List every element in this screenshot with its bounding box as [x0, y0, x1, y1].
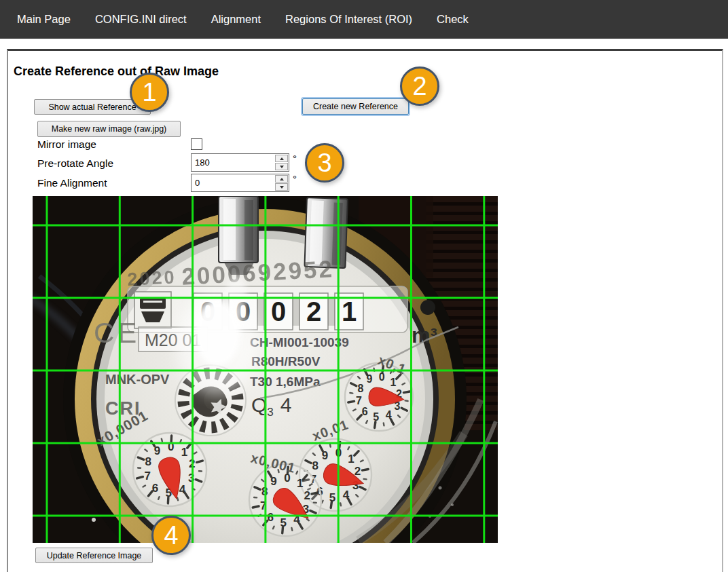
svg-text:8: 8 — [358, 383, 364, 394]
svg-text:1: 1 — [390, 377, 396, 388]
prerotate-angle-value: 180 — [192, 157, 275, 168]
svg-text:4: 4 — [386, 409, 392, 421]
svg-text:2: 2 — [304, 489, 310, 502]
svg-text:4: 4 — [179, 483, 186, 496]
indicator-dot — [420, 300, 435, 315]
update-reference-image-button[interactable]: Update Reference Image — [35, 548, 153, 563]
svg-text:8: 8 — [145, 455, 151, 468]
maker-label: MNK-OPV — [105, 372, 170, 387]
prerotate-angle-label: Pre-rotate Angle — [37, 157, 113, 170]
svg-text:7: 7 — [144, 470, 150, 482]
svg-text:1: 1 — [342, 297, 357, 326]
unit-m3-label: m³ — [412, 324, 437, 347]
nav-item-check[interactable]: Check — [437, 13, 469, 26]
svg-text:1: 1 — [348, 453, 354, 465]
arrow-up-icon — [280, 178, 284, 180]
svg-text:9: 9 — [270, 475, 276, 488]
callout-2-number: 2 — [412, 72, 426, 101]
ratio-label: R80H/R50V — [251, 354, 321, 368]
page-title: Create Reference out of Raw Image — [14, 64, 219, 79]
svg-text:9: 9 — [366, 373, 372, 385]
fine-alignment-input[interactable]: 0 — [191, 174, 289, 192]
fine-alignment-label: Fine Alignment — [37, 177, 107, 189]
nav-item-roi[interactable]: Regions Of Interest (ROI) — [285, 13, 412, 26]
nav-item-config-ini[interactable]: CONFIG.INI direct — [95, 13, 187, 26]
svg-text:1: 1 — [297, 477, 303, 490]
ce-mark: CE — [94, 317, 140, 349]
svg-text:5: 5 — [329, 491, 335, 504]
callout-1-number: 1 — [142, 78, 156, 107]
prerotate-spin-down-button[interactable] — [275, 163, 288, 170]
svg-text:0: 0 — [379, 371, 385, 383]
svg-text:7: 7 — [356, 395, 362, 406]
prerotate-degree-unit: ° — [293, 153, 297, 164]
svg-text:6: 6 — [268, 511, 274, 524]
arrow-down-icon — [280, 166, 284, 168]
prerotate-spin-up-button[interactable] — [275, 155, 288, 162]
svg-text:6: 6 — [152, 482, 158, 495]
svg-text:6: 6 — [362, 406, 368, 417]
temp-pressure-label: T30 1,6MPa — [250, 375, 321, 389]
svg-text:5: 5 — [280, 516, 286, 529]
svg-text:9: 9 — [322, 449, 328, 462]
arrow-up-icon — [280, 157, 284, 160]
fine-degree-unit: ° — [293, 173, 297, 185]
svg-text:8: 8 — [312, 459, 318, 472]
svg-text:2: 2 — [306, 297, 321, 326]
arrow-down-icon — [280, 186, 284, 189]
make-new-raw-image-button[interactable]: Make new raw image (raw.jpg) — [37, 121, 181, 137]
callout-4: 4 — [151, 516, 191, 555]
svg-text:1: 1 — [181, 446, 187, 459]
callout-4-number: 4 — [164, 521, 178, 550]
fine-spin-up-button[interactable] — [275, 175, 288, 183]
nav-item-main-page[interactable]: Main Page — [17, 13, 71, 26]
mirror-image-label: Mirror image — [37, 138, 96, 151]
svg-text:0: 0 — [271, 297, 286, 326]
fine-alignment-value: 0 — [192, 178, 275, 188]
prerotate-spinner — [275, 155, 288, 170]
fine-spin-down-button[interactable] — [275, 183, 288, 191]
create-new-reference-button[interactable]: Create new Reference — [302, 98, 409, 115]
callout-3-number: 3 — [317, 149, 331, 178]
callout-2: 2 — [400, 66, 439, 106]
top-nav-bar: Main Page CONFIG.INI direct Alignment Re… — [0, 0, 728, 39]
nav-item-alignment[interactable]: Alignment — [211, 13, 261, 26]
callout-3: 3 — [305, 143, 344, 183]
callout-1: 1 — [130, 73, 169, 112]
water-meter-photo: 20202000692952 0 0 0 2 1 — [33, 196, 498, 543]
svg-text:9: 9 — [154, 444, 160, 457]
reference-image: 20202000692952 0 0 0 2 1 — [33, 196, 498, 543]
svg-text:4: 4 — [343, 489, 350, 501]
svg-text:5: 5 — [373, 411, 379, 423]
mirror-image-checkbox[interactable] — [191, 138, 202, 150]
prerotate-angle-input[interactable]: 180 — [191, 153, 289, 172]
fine-spinner — [275, 175, 288, 191]
